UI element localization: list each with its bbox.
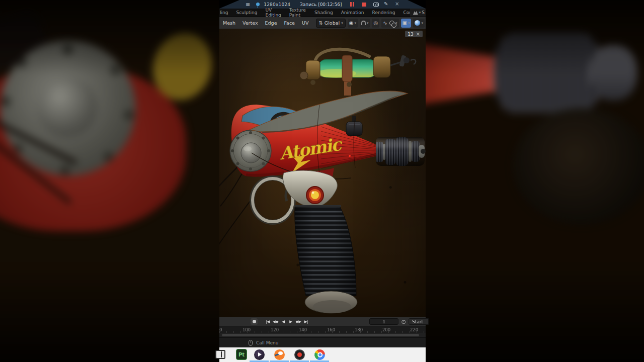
- status-hint: Call Menu: [256, 340, 278, 345]
- pivot-point-dropdown[interactable]: ◉ ▾: [348, 19, 358, 28]
- material-preview-sphere-icon: [415, 20, 420, 26]
- stop-icon[interactable]: [362, 3, 366, 7]
- dim-overlay: [0, 0, 219, 362]
- chevron-down-icon: ▾: [341, 21, 343, 25]
- mouse-icon: [249, 340, 253, 346]
- proportional-editing-toggle[interactable]: ◎: [372, 19, 379, 28]
- recorded-app-column: ≡ 1280x1024 Запись [00:12:56] ✎ × ling S…: [219, 0, 426, 362]
- blender-logo: [274, 349, 285, 360]
- recorder-toolbar: ≡ 1280x1024 Запись [00:12:56] ✎ ×: [219, 0, 426, 9]
- player-circle: [254, 349, 265, 360]
- menu-mesh[interactable]: Mesh: [219, 20, 239, 26]
- jump-to-start-button[interactable]: |◀: [265, 318, 271, 325]
- viewport-badge[interactable]: 13 ×: [405, 31, 423, 37]
- orientation-icon: ⇅: [318, 21, 323, 26]
- orientation-label: Global: [325, 20, 340, 26]
- viewport-header: Mesh Vertex Edge Face UV ⇅ Global ▾ ◉ ▾ …: [219, 17, 426, 29]
- chevron-down-icon: ▾: [354, 21, 356, 25]
- recorder-circle: [294, 349, 305, 360]
- close-icon[interactable]: ×: [395, 1, 399, 7]
- menu-icon[interactable]: ≡: [246, 1, 250, 8]
- screen-recorder-icon[interactable]: [294, 349, 305, 360]
- record-dot-icon: [297, 352, 302, 357]
- menu-face[interactable]: Face: [280, 20, 298, 26]
- overlays-icon: [389, 21, 394, 26]
- chevron-down-icon: ▾: [419, 11, 421, 15]
- pencil-icon[interactable]: ✎: [384, 1, 388, 7]
- frame-start-field[interactable]: Start: [409, 318, 429, 325]
- tab-animation[interactable]: Animation: [337, 9, 368, 17]
- status-bar: Call Menu: [219, 337, 426, 347]
- recording-status: Запись [00:12:56]: [300, 2, 342, 7]
- blender-icon[interactable]: [274, 349, 285, 360]
- 3d-viewport[interactable]: 13 ×: [219, 29, 426, 317]
- pause-icon[interactable]: [350, 2, 354, 7]
- shading-cluster: ▾ ▣ ▾ ▾: [386, 19, 425, 28]
- scene-icon: [413, 11, 418, 15]
- auto-keying-button[interactable]: [251, 318, 258, 325]
- chevron-down-icon: ▾: [367, 21, 369, 25]
- scene-selector[interactable]: ▾ S: [410, 9, 426, 17]
- play-reverse-button[interactable]: ◀: [280, 318, 287, 325]
- corner-cut-left: [219, 0, 239, 9]
- workspace-tab-bar: ling Sculpting UV Editing Texture Paint …: [219, 9, 426, 17]
- blurred-backdrop-right: [426, 0, 644, 362]
- play-button[interactable]: ▶: [288, 318, 294, 325]
- play-triangle-icon: [258, 352, 262, 356]
- timeline-scroll-track: [219, 333, 426, 337]
- pin-icon[interactable]: [256, 3, 260, 6]
- chrome-logo: [312, 347, 327, 362]
- jump-to-end-button[interactable]: ▶|: [303, 318, 309, 325]
- chevron-down-icon: ▾: [421, 21, 423, 25]
- tab-sculpting[interactable]: Sculpting: [232, 9, 261, 17]
- viewport-shading-dropdown[interactable]: ▾: [413, 19, 425, 28]
- proportional-icon: ◎: [373, 21, 378, 26]
- tab-uv-editing[interactable]: UV Editing: [261, 9, 285, 17]
- tab-shading[interactable]: Shading: [310, 9, 337, 17]
- menu-vertex[interactable]: Vertex: [239, 20, 262, 26]
- nozzle: [376, 137, 426, 166]
- snap-toggle[interactable]: ▾: [360, 19, 370, 28]
- pivot-icon: ◉: [349, 21, 354, 26]
- timeline-playback-bar: |◀ ◀◆ ◀ ▶ ◆▶ ▶| 1 ◷ Start: [219, 317, 426, 326]
- tab-rendering[interactable]: Rendering: [368, 9, 399, 17]
- camera-icon[interactable]: [373, 3, 379, 7]
- tab-texture-paint[interactable]: Texture Paint: [285, 9, 310, 17]
- menu-uv[interactable]: UV: [298, 20, 312, 26]
- blurred-backdrop-left: [0, 0, 219, 362]
- magnet-icon: [361, 21, 366, 25]
- substance-painter-icon[interactable]: Pt: [236, 349, 247, 360]
- raygun-model: Atomic: [219, 29, 426, 317]
- corner-cut-right: [408, 0, 426, 9]
- badge-count: 13: [408, 32, 413, 37]
- current-frame-field[interactable]: 1: [369, 318, 398, 325]
- screen: ≡ 1280x1024 Запись [00:12:56] ✎ × ling S…: [0, 0, 644, 362]
- stopwatch-icon: ◷: [401, 319, 406, 324]
- taskbar: Pt: [219, 347, 426, 362]
- chrome-icon[interactable]: [314, 349, 325, 360]
- recording-resolution: 1280x1024: [264, 2, 290, 7]
- dim-overlay: [426, 0, 644, 362]
- chevron-down-icon: ▾: [408, 21, 410, 25]
- menu-edge[interactable]: Edge: [262, 20, 281, 26]
- prev-keyframe-button[interactable]: ◀◆: [272, 318, 279, 325]
- timeline-ruler[interactable]: 0 100 120 140 160 180 200 220: [219, 326, 426, 333]
- tab-modeling-partial[interactable]: ling: [219, 9, 232, 17]
- close-icon[interactable]: ×: [416, 31, 420, 37]
- scene-label-partial: S: [422, 10, 425, 15]
- show-overlays-toggle[interactable]: ▾: [388, 19, 399, 28]
- xray-toggle[interactable]: ▣ ▾: [401, 19, 412, 28]
- media-player-icon[interactable]: [254, 349, 265, 360]
- xray-icon: ▣: [403, 21, 407, 26]
- transform-orientation-dropdown[interactable]: ⇅ Global ▾: [316, 19, 345, 28]
- next-keyframe-button[interactable]: ◆▶: [295, 318, 302, 325]
- taskbar-partial-icon[interactable]: [215, 350, 225, 359]
- playback-controls: |◀ ◀◆ ◀ ▶ ◆▶ ▶|: [265, 318, 309, 325]
- horizontal-scrollbar[interactable]: [222, 334, 419, 336]
